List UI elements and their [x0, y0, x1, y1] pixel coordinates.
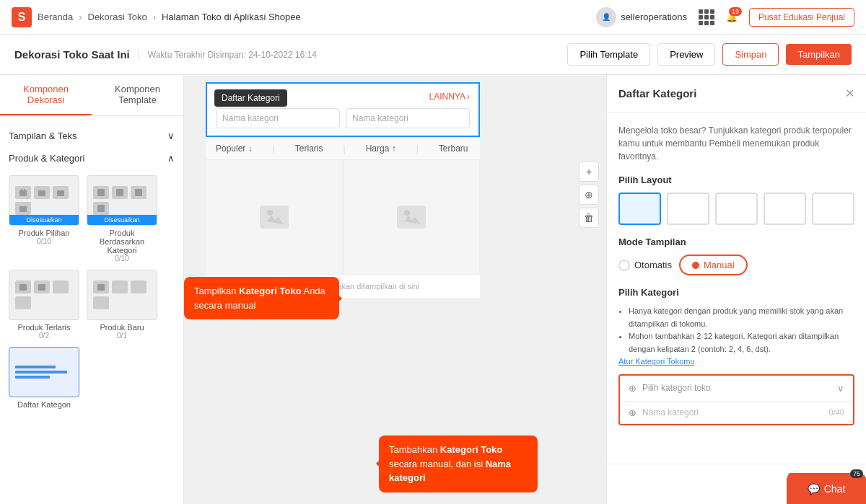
mode-manual-button[interactable]: Manual	[679, 255, 748, 275]
pusat-edukasi-button[interactable]: Pusat Edukasi Penjual	[749, 8, 854, 27]
top-navigation: S Beranda › Dekorasi Toko › Halaman Toko…	[0, 0, 866, 35]
save-time: Waktu Terakhir Disimpan: 24-10-2022 16:1…	[139, 50, 317, 60]
preview-button[interactable]: Preview	[657, 43, 715, 66]
layout-option-grid-3[interactable]	[764, 193, 806, 225]
section-produk-kategori[interactable]: Produk & Kategori ∧	[9, 147, 175, 169]
canvas-sort-tabs: Populer ↓ | Terlaris | Harga ↑ | Terbaru	[206, 137, 480, 159]
left-sidebar: Komponen Dekorasi Komponen Template Tamp…	[0, 75, 184, 504]
seller-name: selleroperations	[621, 12, 687, 22]
list-item[interactable]: Daftar Kategori	[9, 347, 79, 409]
svg-rect-3	[19, 206, 27, 212]
layout-option-grid-2[interactable]	[715, 193, 758, 225]
chat-widget[interactable]: 💬 Chat 75	[787, 474, 866, 504]
shopee-logo: S	[12, 7, 32, 27]
svg-point-14	[404, 210, 410, 216]
component-count-1: 0/10	[9, 237, 79, 245]
breadcrumb-beranda[interactable]: Beranda	[38, 12, 73, 22]
list-item[interactable]: Disesuaikan Produk Pilihan 0/10	[9, 175, 79, 262]
seller-info: 👤 selleroperations	[596, 7, 687, 27]
mode-otomatis-option[interactable]: Otomatis	[618, 260, 672, 271]
kategori-name-row: ⊕ Nama kategori 0/40	[620, 402, 853, 424]
breadcrumb-current: Halaman Toko di Aplikasi Shopee	[162, 12, 301, 22]
mode-options: Otomatis Manual	[618, 255, 854, 275]
kategori-notes: Hanya kategori dengan produk yang memili…	[618, 305, 854, 368]
scroll-up-button[interactable]: +	[579, 162, 599, 182]
tab-komponen-dekorasi[interactable]: Komponen Dekorasi	[0, 75, 92, 115]
chat-badge: 75	[850, 469, 863, 478]
disesuaikan-badge-1: Disesuaikan	[9, 215, 79, 225]
layout-title: Pilih Layout	[618, 174, 854, 185]
sort-terbaru[interactable]: Terbaru	[429, 138, 478, 159]
layout-options	[618, 193, 854, 225]
simpan-button[interactable]: Simpan	[722, 43, 779, 66]
component-count-2: 0/10	[87, 255, 157, 262]
center-canvas: Daftar Kategori ‹ + ⊕ 🗑 Kategori LAINNYA…	[184, 75, 606, 504]
grid-icon[interactable]	[699, 9, 714, 25]
notification-bell[interactable]: 🔔 19	[726, 12, 738, 22]
canvas-products	[206, 159, 480, 275]
section-tampilan-teks[interactable]: Tampilan & Teks ∨	[9, 125, 175, 147]
category-lainnya[interactable]: LAINNYA ›	[429, 92, 470, 102]
component-thumb-baru	[87, 270, 157, 320]
component-thumb-terlaris	[9, 270, 79, 320]
component-count-4: 0/1	[87, 332, 157, 340]
list-item[interactable]: Produk Terlaris 0/2	[9, 270, 79, 340]
kategori-note-2: Mohon tambahkan 2-12 kategori. Kategori …	[629, 330, 854, 355]
avatar: 👤	[596, 7, 616, 27]
produk-section-content: Disesuaikan Produk Pilihan 0/10 D	[9, 169, 175, 415]
kategori-select-row[interactable]: ⊕ Pilih kategori toko ∨	[620, 376, 853, 402]
svg-rect-1	[38, 190, 45, 196]
atur-kategori-link[interactable]: Atur Kategori Tokomu	[618, 357, 695, 366]
mode-manual-label: Manual	[704, 260, 735, 270]
svg-rect-0	[19, 190, 27, 196]
mode-manual-dot	[692, 262, 699, 269]
right-panel: Daftar Kategori ✕ Mengelola toko besar? …	[606, 75, 866, 504]
component-label-4: Produk Baru	[87, 323, 157, 332]
kategori-row: ⊕ Pilih kategori toko ∨ ⊕ Nama kategori …	[618, 374, 854, 425]
disesuaikan-badge-2: Disesuaikan	[87, 215, 157, 225]
svg-rect-6	[135, 189, 142, 196]
list-item[interactable]: Produk Baru 0/1	[87, 270, 157, 340]
move-button[interactable]: ⊕	[579, 185, 599, 205]
sort-harga[interactable]: Harga ↑	[356, 138, 406, 159]
panel-desc: Mengelola toko besar? Tunjukkan kategori…	[618, 124, 854, 163]
tampilkan-button[interactable]: Tampilkan	[786, 44, 852, 65]
kategori-note-1: Hanya kategori dengan produk yang memili…	[629, 305, 854, 330]
sort-terlaris[interactable]: Terlaris	[285, 138, 333, 159]
component-label-3: Produk Terlaris	[9, 323, 79, 332]
component-thumb-kategori: Disesuaikan	[87, 175, 157, 226]
breadcrumb-area: S Beranda › Dekorasi Toko › Halaman Toko…	[12, 7, 301, 27]
mode-section: Mode Tampilan Otomatis Manual	[618, 236, 854, 275]
mode-title: Mode Tampilan	[618, 236, 854, 247]
mode-otomatis-radio[interactable]	[618, 260, 630, 271]
layout-option-rows[interactable]	[618, 193, 661, 225]
kategori-select-placeholder: Pilih kategori toko	[642, 383, 711, 393]
svg-rect-10	[97, 284, 105, 291]
component-label-2: Produk Berdasarkan Kategori	[87, 229, 157, 255]
category-input-1: Nama kategori	[216, 108, 340, 128]
svg-rect-7	[97, 205, 105, 212]
mode-otomatis-label: Otomatis	[634, 260, 672, 270]
kategori-name-placeholder: Nama kategori	[642, 407, 699, 417]
layout-option-grid-1[interactable]	[667, 193, 709, 225]
layout-option-grid-4[interactable]	[812, 193, 854, 225]
main-layout: Komponen Dekorasi Komponen Template Tamp…	[0, 75, 866, 504]
svg-rect-5	[116, 189, 123, 196]
pilih-template-button[interactable]: Pilih Template	[567, 43, 650, 66]
sidebar-tabs: Komponen Dekorasi Komponen Template	[0, 75, 183, 116]
breadcrumb-dekorasi[interactable]: Dekorasi Toko	[88, 12, 147, 22]
tab-komponen-template[interactable]: Komponen Template	[92, 75, 183, 115]
product-placeholder-1	[206, 159, 343, 275]
delete-button[interactable]: 🗑	[579, 208, 599, 228]
chevron-right-icon: ›	[467, 92, 470, 102]
svg-rect-9	[38, 284, 45, 291]
sub-header-right: Pilih Template Preview Simpan Tampilkan	[567, 43, 852, 66]
close-icon[interactable]: ✕	[845, 87, 854, 100]
kategori-char-count: 0/40	[829, 408, 844, 417]
drag-down-icon: ⊕	[629, 407, 637, 418]
pilih-kategori-section: Pilih Kategori Hanya kategori dengan pro…	[618, 287, 854, 425]
drag-up-icon: ⊕	[629, 383, 637, 394]
list-item[interactable]: Disesuaikan Produk Berdasarkan Kategori …	[87, 175, 157, 262]
sort-populer[interactable]: Populer ↓	[206, 138, 263, 159]
category-inputs: Nama kategori Nama kategori	[216, 108, 470, 128]
